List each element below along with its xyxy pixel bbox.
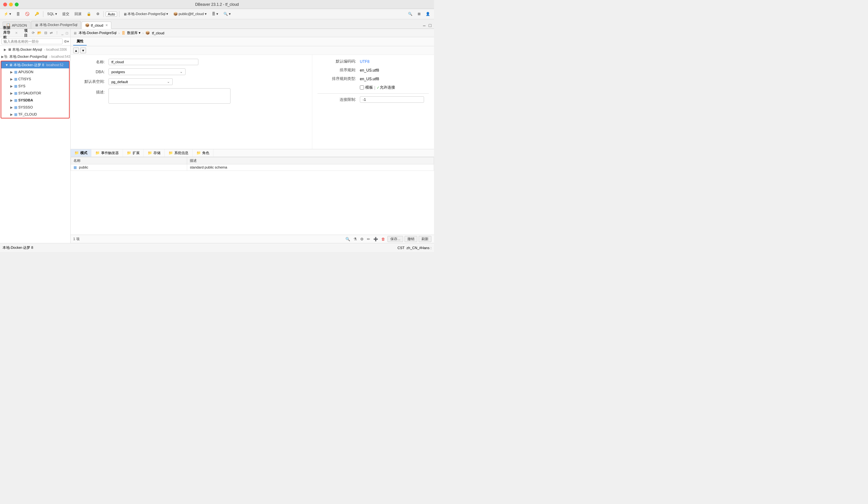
sql-button[interactable]: SQL ▾ bbox=[45, 11, 59, 17]
tree-item-tfcloud[interactable]: ▶ ▦ TF_CLOUD bbox=[1, 111, 69, 118]
nav-schemas-label: 模式 bbox=[80, 151, 87, 155]
toolbar-grid-btn[interactable]: ⊞ bbox=[416, 11, 422, 17]
expand-down-btn[interactable]: ▼ bbox=[80, 48, 86, 53]
tab-tfcloud[interactable]: 📦 tf_cloud ✕ bbox=[82, 21, 111, 29]
panel-max-btn[interactable]: □ bbox=[65, 31, 69, 35]
toolbar-action-btn[interactable]: ⚡ ▾ bbox=[2, 11, 13, 17]
add-rows-btn[interactable]: ➕ bbox=[372, 237, 379, 242]
toolbar-key-btn[interactable]: 🔑 bbox=[33, 11, 41, 17]
tab-close-icon[interactable]: ✕ bbox=[105, 23, 108, 27]
tab-postgres[interactable]: 🖥 本地-Docker-PostgreSql bbox=[31, 21, 81, 29]
prop-tablespace-select[interactable]: pg_default ⌄ bbox=[108, 78, 173, 85]
breadcrumb-database[interactable]: 数据库 ▾ bbox=[127, 31, 141, 35]
left-panel: 数据库导航 ✕ 项目 ⟳ 📂 ⊟ ⇌ ⋮ _ □ ⚙▾ bbox=[0, 29, 71, 243]
tab-apijson-label: APIJSON bbox=[12, 23, 27, 27]
tree-item-ctisys[interactable]: ▶ ▦ CTISYS bbox=[1, 75, 69, 82]
breadcrumb-schema: tf_cloud bbox=[152, 31, 164, 35]
tree-item-postgres[interactable]: ▶ 🐘 本地-Docker-PostgreSql - localhost:543… bbox=[0, 53, 70, 60]
window-controls[interactable] bbox=[3, 2, 19, 7]
nav-close-icon[interactable]: ✕ bbox=[15, 31, 18, 35]
tree-search-box: ⚙▾ bbox=[0, 37, 70, 46]
nav-storage[interactable]: 📁 存储 bbox=[144, 149, 165, 157]
filter-icon[interactable]: ⚙▾ bbox=[64, 40, 69, 44]
tree-item-apijson[interactable]: ▶ ▦ APIJSON bbox=[1, 68, 69, 75]
tab-properties[interactable]: 属性 bbox=[73, 38, 87, 45]
nav-expand[interactable]: 📁 扩展 bbox=[123, 149, 144, 157]
maximize-button[interactable] bbox=[15, 2, 19, 7]
prop-name-input[interactable] bbox=[108, 59, 198, 65]
nav-sysinfo[interactable]: 📁 系统信息 bbox=[165, 149, 193, 157]
expand-arrow-postgres[interactable]: ▶ bbox=[1, 55, 4, 59]
edit-rows-btn[interactable]: ✏ bbox=[366, 237, 371, 242]
panel-folder-btn[interactable]: 📂 bbox=[36, 31, 43, 35]
prop-desc-textarea[interactable] bbox=[108, 88, 230, 104]
search-input[interactable] bbox=[1, 39, 63, 44]
tree-item-sys[interactable]: ▶ ▦ SYS bbox=[1, 82, 69, 90]
tree-item-syssso[interactable]: ▶ ▦ SYSSSO bbox=[1, 104, 69, 111]
toolbar-search-btn[interactable]: 🔍 ▾ bbox=[221, 11, 233, 17]
toolbar-user-btn[interactable]: 👤 bbox=[424, 11, 432, 17]
titlebar: DBeaver 23.1.2 - tf_cloud bbox=[0, 0, 434, 9]
properties-form: 名称: DBA: postgres ⌄ 默认表空间: pg_default ⌄ bbox=[71, 55, 312, 149]
settings-rows-btn[interactable]: ⚙ bbox=[359, 237, 365, 242]
prop-conn-limit-input[interactable] bbox=[360, 96, 424, 103]
db-icon-postgres: 🐘 bbox=[4, 54, 8, 59]
panel-sync-btn[interactable]: ⟳ bbox=[31, 31, 35, 35]
tree-label-syssso: SYSSSO bbox=[18, 105, 33, 109]
expand-arrow-apijson[interactable]: ▶ bbox=[10, 70, 14, 74]
expand-arrow-tfcloud[interactable]: ▶ bbox=[10, 113, 14, 116]
save-btn[interactable]: 保存... bbox=[388, 236, 403, 242]
toolbar-filter-btn[interactable]: 🚫 bbox=[23, 11, 31, 17]
expand-arrow-sysauditor[interactable]: ▶ bbox=[10, 92, 14, 95]
tab-postgres-label: 本地-Docker-PostgreSql bbox=[40, 22, 78, 27]
panel-link-btn[interactable]: ⇌ bbox=[49, 31, 54, 35]
search-rows-btn[interactable]: 🔍 bbox=[344, 237, 351, 242]
prop-dba-select[interactable]: postgres ⌄ bbox=[108, 68, 186, 75]
panel-collapse-btn[interactable]: ⊟ bbox=[43, 31, 48, 35]
minimize-button[interactable] bbox=[9, 2, 13, 7]
tree-item-dameng[interactable]: ▼ 🖥 本地-Docker-达梦 8 localhost:52 bbox=[1, 61, 69, 68]
gear-button[interactable]: ⚙ bbox=[94, 11, 101, 17]
connection-button[interactable]: 🖥 本地-Docker-PostgreSql ▾ bbox=[121, 11, 170, 17]
template-checkbox[interactable] bbox=[360, 85, 364, 90]
sql-label: SQL ▾ bbox=[47, 12, 57, 16]
prop-sort-rule: 排序规则: en_US.utf8 bbox=[318, 68, 429, 73]
panel-min-btn[interactable]: _ bbox=[60, 31, 64, 35]
tab-project[interactable]: 项目 bbox=[22, 28, 30, 39]
nav-roles[interactable]: 📁 角色 bbox=[193, 149, 214, 157]
tab-maximize-btn[interactable]: □ bbox=[427, 22, 433, 29]
prop-encoding-link[interactable]: UTF8 bbox=[360, 59, 370, 64]
table-row[interactable]: ▦ public standard public schema bbox=[71, 164, 434, 171]
tab-minimize-btn[interactable]: – bbox=[422, 22, 427, 29]
submit-button[interactable]: 提交 bbox=[60, 11, 71, 17]
tree-item-sysauditor[interactable]: ▶ ▦ SYSAUDITOR bbox=[1, 90, 69, 96]
nav-event-triggers[interactable]: 📁 事件触发器 bbox=[92, 149, 123, 157]
toolbar-db2-btn[interactable]: 🗄 ▾ bbox=[210, 11, 220, 17]
tree-item-mysql[interactable]: ▶ 🖥 本地-Docker-Mysql - localhost:3306 bbox=[0, 46, 70, 53]
delete-rows-btn[interactable]: 🗑 bbox=[380, 237, 386, 242]
expand-arrow-ctisys[interactable]: ▶ bbox=[10, 78, 14, 81]
expand-arrow-syssso[interactable]: ▶ bbox=[10, 106, 14, 109]
window-title: DBeaver 23.1.2 - tf_cloud bbox=[195, 2, 239, 7]
expand-arrow-sysdba[interactable]: ▶ bbox=[10, 99, 14, 102]
toolbar-db-btn[interactable]: 🗄 bbox=[14, 12, 22, 17]
nav-event-triggers-label: 事件触发器 bbox=[101, 151, 119, 155]
expand-arrow-sys[interactable]: ▶ bbox=[10, 84, 14, 88]
global-search-button[interactable]: 🔍 bbox=[406, 11, 414, 17]
schema-icon: ▦ bbox=[73, 165, 77, 169]
prop-name: 名称: bbox=[76, 59, 307, 65]
nav-schemas[interactable]: 📁 模式 bbox=[71, 149, 92, 157]
refresh-btn[interactable]: 刷新 bbox=[418, 236, 432, 242]
expand-up-btn[interactable]: ▲ bbox=[73, 48, 79, 53]
filter-rows-btn[interactable]: ⚗ bbox=[352, 237, 358, 242]
panel-dots-btn[interactable]: ⋮ bbox=[54, 31, 60, 35]
expand-arrow-dameng[interactable]: ▼ bbox=[5, 63, 9, 67]
close-button[interactable] bbox=[3, 2, 7, 7]
lock-button[interactable]: 🔒 bbox=[85, 11, 93, 17]
cancel-btn[interactable]: 撤销 bbox=[404, 236, 417, 242]
expand-arrow-mysql[interactable]: ▶ bbox=[4, 48, 8, 51]
tree-item-sysdba[interactable]: ▶ ▦ SYSDBA bbox=[1, 96, 69, 104]
rollback-button[interactable]: 回滚 bbox=[73, 11, 83, 17]
schema-button[interactable]: 📦 public@tf_cloud ▾ bbox=[172, 11, 209, 17]
props-right-section: 默认编码码: UTF8 排序规则: en_US.utf8 排序规则类型: en_… bbox=[312, 55, 434, 149]
